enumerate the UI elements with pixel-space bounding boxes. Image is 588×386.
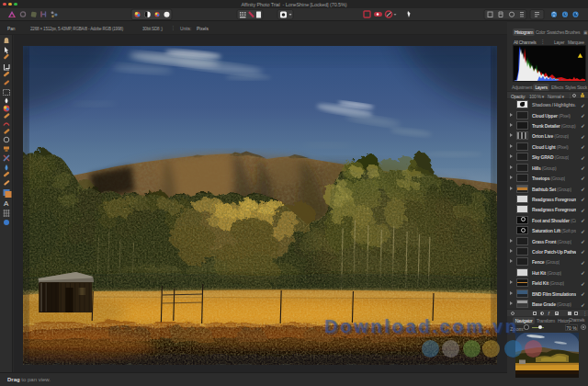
svg-text:A: A bbox=[4, 199, 9, 208]
